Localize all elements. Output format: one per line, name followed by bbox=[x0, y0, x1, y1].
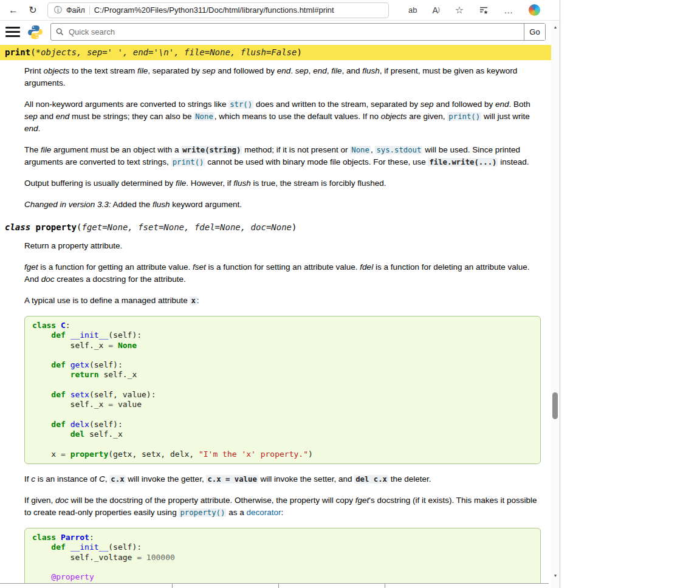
scrollbar-up-button[interactable]: ▲ bbox=[551, 22, 560, 31]
link-sys-stdout[interactable]: sys.stdout bbox=[375, 146, 422, 154]
scrollbar-down-button[interactable]: ▼ bbox=[551, 571, 560, 579]
link-none[interactable]: None bbox=[350, 146, 371, 154]
page-content: Go print(*objects, sep=' ', end='\n', fi… bbox=[0, 21, 551, 588]
link-none[interactable]: None bbox=[194, 112, 214, 121]
code-block-class-parrot: class Parrot: def __init__(self): self._… bbox=[24, 528, 541, 588]
link-print[interactable]: print() bbox=[171, 158, 205, 166]
settings-dots-icon[interactable]: … bbox=[504, 5, 513, 15]
scrollbar-track[interactable]: ▲ ▼ bbox=[551, 21, 560, 588]
search-input[interactable] bbox=[67, 27, 524, 37]
back-button[interactable]: ← bbox=[5, 2, 22, 18]
print-signature: print(*objects, sep=' ', end='\n', file=… bbox=[0, 45, 551, 60]
docs-nav-bar: Go bbox=[0, 21, 551, 43]
read-aloud-letter: A bbox=[432, 5, 437, 15]
hamburger-menu[interactable] bbox=[5, 27, 20, 37]
refresh-icon: ↻ bbox=[29, 4, 36, 16]
search-bar: Go bbox=[50, 23, 546, 41]
paragraph: All non-keyword arguments are converted … bbox=[24, 98, 543, 135]
paragraph: fget is a function for getting an attrib… bbox=[24, 261, 543, 285]
paragraph: If c is an instance of C, c.x will invok… bbox=[24, 473, 543, 485]
bottom-tick bbox=[172, 584, 173, 588]
refresh-button[interactable]: ↻ bbox=[24, 2, 41, 18]
browser-window: ← ↻ ⓘ Файл C:/Program%20Files/Python311/… bbox=[0, 0, 560, 588]
favorite-star-icon[interactable]: ☆ bbox=[455, 4, 464, 16]
definition-list: print(*objects, sep=' ', end='\n', file=… bbox=[0, 45, 551, 588]
browser-logo-icon[interactable] bbox=[529, 4, 540, 16]
property-signature: class property(fget=None, fset=None, fde… bbox=[0, 220, 551, 235]
page-info-icon[interactable]: ⓘ bbox=[54, 5, 62, 16]
docs-content: print(*objects, sep=' ', end='\n', file=… bbox=[0, 43, 551, 588]
link-decorator[interactable]: decorator bbox=[246, 508, 281, 517]
link-str[interactable]: str() bbox=[228, 100, 253, 109]
python-logo-icon bbox=[27, 24, 43, 40]
paragraph: A typical use is to define a managed att… bbox=[24, 295, 543, 307]
read-aloud-icon[interactable]: A) bbox=[432, 5, 439, 15]
browser-toolbar: ← ↻ ⓘ Файл C:/Program%20Files/Python311/… bbox=[0, 0, 560, 21]
paragraph: Output buffering is usually determined b… bbox=[24, 177, 543, 190]
print-description: Print objects to the text stream file, s… bbox=[24, 65, 543, 211]
paragraph: Print objects to the text stream file, s… bbox=[24, 65, 543, 89]
address-divider bbox=[89, 6, 90, 15]
file-scheme-label: Файл bbox=[66, 6, 85, 15]
address-bar[interactable]: ⓘ Файл C:/Program%20Files/Python311/Doc/… bbox=[47, 2, 389, 18]
browser-viewport: Go print(*objects, sep=' ', end='\n', fi… bbox=[0, 21, 560, 588]
favorites-bar-icon[interactable] bbox=[479, 5, 489, 15]
back-icon: ← bbox=[9, 5, 18, 16]
link-property[interactable]: property() bbox=[179, 508, 226, 517]
translate-icon[interactable]: ab bbox=[408, 5, 417, 15]
bottom-tick bbox=[385, 584, 385, 588]
window-bottom-edge bbox=[0, 583, 549, 588]
code-block-2-code: class Parrot: def __init__(self): self._… bbox=[32, 533, 533, 588]
paragraph: The file argument must be an object with… bbox=[24, 144, 543, 168]
link-print[interactable]: print() bbox=[447, 112, 481, 121]
read-aloud-wave: ) bbox=[438, 7, 440, 13]
toolbar-icon-group: ab A) ☆ … bbox=[408, 4, 540, 16]
property-description: Return a property attribute. fget is a f… bbox=[24, 240, 543, 588]
scrollbar-thumb[interactable] bbox=[552, 392, 558, 419]
code-block-class-c: class C: def __init__(self): self._x = N… bbox=[24, 316, 541, 464]
paragraph: Return a property attribute. bbox=[24, 240, 543, 252]
bottom-tick bbox=[278, 584, 279, 588]
search-icon bbox=[56, 28, 64, 36]
version-changed-note: Changed in version 3.3: Added the flush … bbox=[24, 199, 543, 211]
code-block-1-code: class C: def __init__(self): self._x = N… bbox=[32, 321, 533, 459]
go-button[interactable]: Go bbox=[524, 24, 545, 40]
paragraph: If given, doc will be the docstring of t… bbox=[24, 494, 543, 519]
address-url[interactable]: C:/Program%20Files/Python311/Doc/html/li… bbox=[94, 5, 382, 15]
